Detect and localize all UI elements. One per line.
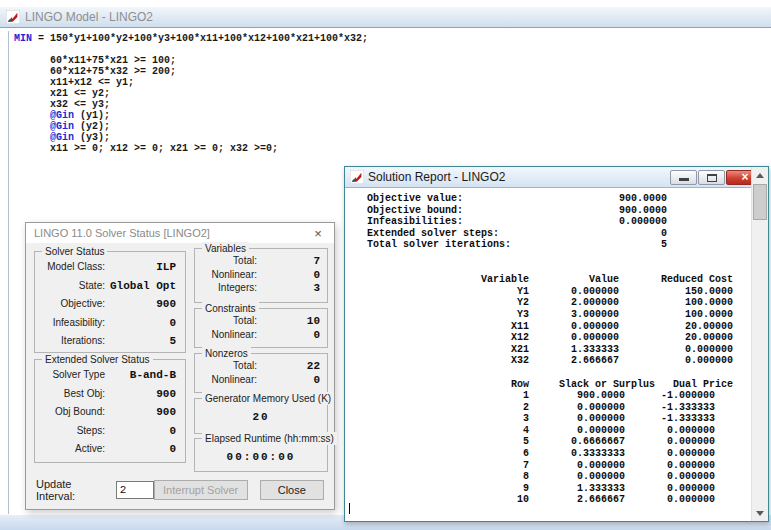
runtime-value: 00:00:00	[195, 451, 327, 463]
row-label: Steps:	[39, 425, 105, 436]
keyword-token: @Gin	[50, 110, 74, 121]
row-label: Nonlinear:	[199, 374, 257, 385]
report-line: Y2 2.000000 100.0000	[355, 297, 768, 309]
status-row: Nonlinear: 0	[195, 269, 327, 283]
group-title: Elapsed Runtime (hh:mm:ss)	[202, 432, 337, 445]
report-line: X21 1.333333 0.000000	[355, 344, 768, 356]
report-line: Extended solver steps: 0	[355, 228, 768, 240]
scroll-down-button[interactable]	[752, 505, 768, 521]
row-value: B-and-B	[105, 369, 176, 381]
row-value: 900	[105, 406, 176, 418]
report-line: 5 0.6666667 0.000000	[355, 436, 768, 448]
status-row: Infeasibility: 0	[35, 317, 185, 336]
group-title: Solver Status	[42, 245, 107, 258]
row-label: Obj Bound:	[39, 406, 105, 417]
status-row: Nonlinear: 0	[195, 374, 327, 388]
report-line: X12 0.000000 20.00000	[355, 332, 768, 344]
minimize-button[interactable]	[670, 170, 697, 185]
code-line: @Gin (y3);	[14, 132, 771, 143]
status-row: Model Class: ILP	[35, 261, 185, 280]
report-window-title: Solution Report - LINGO2	[368, 170, 666, 184]
code-line: 60*x11+75*x21 >= 100;	[14, 55, 771, 66]
memory-value: 20	[195, 411, 327, 423]
report-line: Objective value: 900.0000	[355, 193, 768, 205]
status-row: Obj Bound: 900	[35, 406, 185, 425]
vertical-scrollbar[interactable]	[751, 167, 768, 521]
arrow-down-icon	[756, 511, 764, 516]
group-extended-solver-status: Extended Solver Status Solver Type B-and…	[34, 359, 186, 463]
code-line: x32 <= y3;	[14, 99, 771, 110]
report-line: 10 2.666667 0.000000	[355, 494, 768, 506]
row-label: Iterations:	[39, 335, 105, 346]
group-title: Extended Solver Status	[42, 353, 153, 366]
row-label: Best Obj:	[39, 388, 105, 399]
row-value: 0	[257, 374, 320, 386]
report-line: 1 900.0000 -1.000000	[355, 390, 768, 402]
dialog-close-button[interactable]: ×	[302, 223, 334, 243]
status-row: Best Obj: 900	[35, 388, 185, 407]
report-content[interactable]: Objective value: 900.0000 Objective boun…	[345, 188, 768, 521]
keyword-token: @Gin	[50, 132, 74, 143]
report-line	[355, 263, 768, 275]
row-label: Nonlinear:	[199, 329, 257, 340]
status-row: Integers: 3	[195, 282, 327, 296]
status-row: Total: 22	[195, 360, 327, 374]
solution-report-window: Solution Report - LINGO2 × Objective val…	[344, 166, 769, 522]
report-line: X11 0.000000 20.00000	[355, 321, 768, 333]
maximize-button[interactable]	[698, 170, 725, 185]
row-label: Nonlinear:	[199, 269, 257, 280]
scroll-thumb[interactable]	[753, 184, 767, 220]
status-row: Active: 0	[35, 443, 185, 462]
row-value: 900	[105, 388, 176, 400]
main-titlebar[interactable]: LINGO Model - LINGO2	[0, 7, 771, 28]
row-label: Total:	[199, 360, 257, 371]
dialog-close-action-button[interactable]: Close	[260, 480, 324, 500]
status-row: Steps: 0	[35, 425, 185, 444]
lingo-icon	[350, 170, 364, 184]
report-line: X32 2.666667 0.000000	[355, 355, 768, 367]
row-label: Objective:	[39, 298, 105, 309]
code-line	[14, 44, 771, 55]
row-label: Total:	[199, 255, 257, 266]
status-row: Iterations: 5	[35, 335, 185, 354]
report-line: 6 0.3333333 0.000000	[355, 448, 768, 460]
status-row: Total: 7	[195, 255, 327, 269]
code-line: 60*x12+75*x32 >= 200;	[14, 66, 771, 77]
report-line: Total solver iterations: 5	[355, 239, 768, 251]
row-value: 0	[105, 317, 176, 329]
row-value: Global Opt	[105, 280, 176, 292]
status-row: Nonlinear: 0	[195, 329, 327, 343]
report-line: Infeasibilities: 0.000000	[355, 216, 768, 228]
report-line: 3 0.000000 -1.333333	[355, 413, 768, 425]
status-row: Solver Type B-and-B	[35, 369, 185, 388]
code-line: @Gin (y1);	[14, 110, 771, 121]
keyword-token: MIN	[14, 33, 32, 44]
interrupt-solver-button[interactable]: Interrupt Solver	[154, 480, 248, 500]
group-title: Constraints	[202, 302, 259, 315]
report-line: 2 0.000000 -1.333333	[355, 402, 768, 414]
group-solver-status: Solver Status Model Class: ILP State: Gl…	[34, 251, 186, 353]
scroll-up-button[interactable]	[752, 167, 768, 183]
row-value: 0	[257, 269, 320, 281]
dialog-bottom-bar: Update Interval: Interrupt Solver Close	[36, 480, 324, 500]
row-value: 7	[257, 255, 320, 267]
main-window-title: LINGO Model - LINGO2	[25, 10, 153, 24]
report-line	[355, 367, 768, 379]
dialog-titlebar[interactable]: LINGO 11.0 Solver Status [LINGO2] ×	[26, 223, 334, 243]
report-line: Objective bound: 900.0000	[355, 205, 768, 217]
code-line: MIN = 150*y1+100*y2+100*y3+100*x11+100*x…	[14, 33, 771, 44]
update-interval-input[interactable]	[116, 481, 154, 499]
report-line: 8 0.000000 0.000000	[355, 471, 768, 483]
group-variables: Variables Total: 7 Nonlinear: 0 Integers…	[194, 248, 328, 303]
update-interval-label: Update Interval:	[36, 478, 112, 502]
maximize-icon	[707, 174, 717, 182]
report-titlebar[interactable]: Solution Report - LINGO2 ×	[345, 167, 768, 188]
row-value: 0	[257, 329, 320, 341]
arrow-up-icon	[756, 173, 764, 178]
report-line: Row Slack or Surplus Dual Price	[355, 379, 768, 391]
text-caret	[349, 503, 350, 514]
row-label: Total:	[199, 315, 257, 326]
row-label: Integers:	[199, 282, 257, 293]
window-controls: ×	[670, 170, 764, 185]
status-row: Total: 10	[195, 315, 327, 329]
